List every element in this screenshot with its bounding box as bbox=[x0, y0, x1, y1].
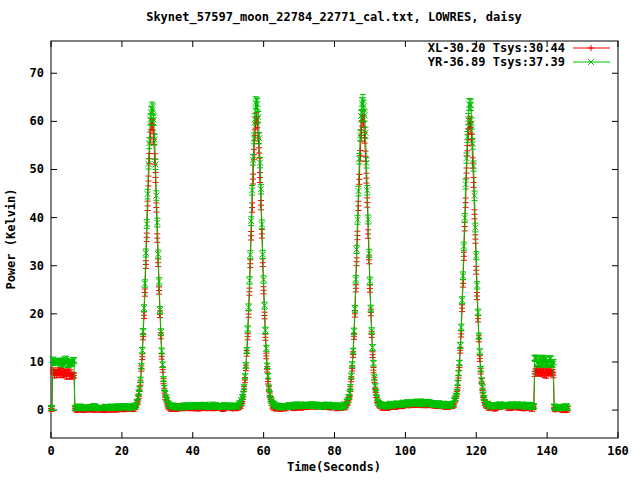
legend-sample-lines bbox=[573, 45, 610, 65]
x-tick-label: 20 bbox=[115, 444, 129, 458]
y-tick-label: 50 bbox=[30, 162, 44, 176]
series-layer bbox=[48, 94, 571, 413]
series-plus bbox=[48, 111, 571, 413]
series-cross bbox=[48, 94, 571, 411]
x-tick-label: 120 bbox=[465, 444, 487, 458]
x-tick-label: 60 bbox=[256, 444, 270, 458]
y-tick-label: 70 bbox=[30, 66, 44, 80]
x-tick-label: 100 bbox=[395, 444, 417, 458]
plot-border bbox=[51, 41, 618, 438]
legend-label-xl: XL-30.20 Tsys:30.44 bbox=[428, 41, 565, 55]
y-tick-label: 30 bbox=[30, 259, 44, 273]
x-tick-label: 160 bbox=[607, 444, 629, 458]
x-tick-label: 140 bbox=[536, 444, 558, 458]
x-axis-label: Time(Seconds) bbox=[287, 460, 381, 474]
legend-sample-cross bbox=[573, 59, 610, 65]
x-tick-label: 80 bbox=[327, 444, 341, 458]
legend-sample-plus bbox=[573, 45, 610, 51]
y-axis-label: Power (Kelvin) bbox=[4, 188, 18, 289]
legend-label-yr: YR-36.89 Tsys:37.39 bbox=[428, 55, 565, 69]
axis-tick-labels: 020406080100120140160010203040506070 bbox=[30, 66, 629, 458]
chart-canvas: 020406080100120140160010203040506070 Sky… bbox=[0, 0, 640, 480]
gnuplot-window: 020406080100120140160010203040506070 Sky… bbox=[0, 0, 640, 480]
y-tick-label: 0 bbox=[37, 403, 44, 417]
axis-ticks bbox=[51, 41, 618, 438]
chart-title: Skynet_57597_moon_22784_22771_cal.txt, L… bbox=[146, 10, 522, 25]
legend: XL-30.20 Tsys:30.44 YR-36.89 Tsys:37.39 bbox=[428, 41, 610, 69]
y-tick-label: 10 bbox=[30, 355, 44, 369]
x-tick-label: 40 bbox=[186, 444, 200, 458]
y-tick-label: 20 bbox=[30, 307, 44, 321]
x-tick-label: 0 bbox=[47, 444, 54, 458]
y-tick-label: 40 bbox=[30, 211, 44, 225]
y-tick-label: 60 bbox=[30, 114, 44, 128]
